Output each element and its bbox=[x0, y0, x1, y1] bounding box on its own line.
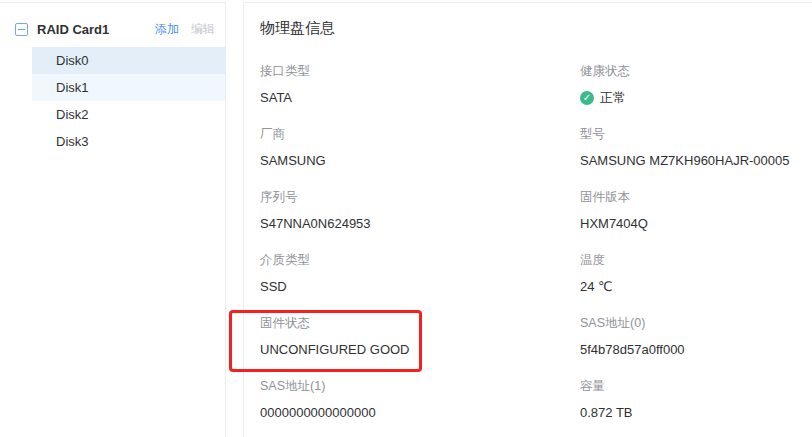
field-firmware-version: 固件版本 HXM7404Q bbox=[580, 189, 798, 233]
disk-item-disk1[interactable]: Disk1 bbox=[32, 74, 225, 101]
field-label: 健康状态 bbox=[580, 63, 798, 80]
disk-item-disk3[interactable]: Disk3 bbox=[32, 128, 225, 155]
collapse-minus-icon[interactable] bbox=[15, 23, 28, 36]
field-label: SAS地址(1) bbox=[260, 378, 580, 395]
field-label: 接口类型 bbox=[260, 63, 580, 80]
field-value: 0000000000000000 bbox=[260, 404, 580, 422]
field-value: 24 ℃ bbox=[580, 278, 798, 296]
check-circle-icon: ✓ bbox=[580, 91, 594, 105]
field-sas-address-1: SAS地址(1) 0000000000000000 bbox=[260, 378, 580, 422]
field-label: 介质类型 bbox=[260, 252, 580, 269]
add-link[interactable]: 添加 bbox=[155, 21, 179, 38]
field-label: 固件版本 bbox=[580, 189, 798, 206]
panel-title: 物理盘信息 bbox=[260, 17, 798, 39]
edit-link[interactable]: 编辑 bbox=[191, 21, 215, 38]
disk-item-disk0[interactable]: Disk0 bbox=[32, 47, 225, 74]
field-value: SAMSUNG MZ7KH960HAJR-00005 bbox=[580, 152, 798, 170]
raid-card-label: RAID Card1 bbox=[37, 22, 143, 37]
field-label: 固件状态 bbox=[260, 315, 580, 332]
field-vendor: 厂商 SAMSUNG bbox=[260, 126, 580, 170]
field-label: 序列号 bbox=[260, 189, 580, 206]
field-serial-number: 序列号 S47NNA0N624953 bbox=[260, 189, 580, 233]
field-value: S47NNA0N624953 bbox=[260, 215, 580, 233]
field-firmware-status: 固件状态 UNCONFIGURED GOOD bbox=[260, 315, 580, 359]
field-model: 型号 SAMSUNG MZ7KH960HAJR-00005 bbox=[580, 126, 798, 170]
field-label: 厂商 bbox=[260, 126, 580, 143]
field-interface-type: 接口类型 SATA bbox=[260, 63, 580, 107]
field-value: SSD bbox=[260, 278, 580, 296]
field-value: 0.872 TB bbox=[580, 404, 798, 422]
field-capacity: 容量 0.872 TB bbox=[580, 378, 798, 422]
field-label: SAS地址(0) bbox=[580, 315, 798, 332]
disk-tree-sidebar: RAID Card1 添加 编辑 Disk0 Disk1 Disk2 Disk3 bbox=[0, 2, 226, 437]
field-value: HXM7404Q bbox=[580, 215, 798, 233]
field-health-status: 健康状态 ✓ 正常 bbox=[580, 63, 798, 107]
physical-disk-info-panel: 物理盘信息 接口类型 SATA 健康状态 ✓ 正常 厂商 SAMSUNG 型号 … bbox=[243, 2, 812, 437]
field-value: SAMSUNG bbox=[260, 152, 580, 170]
disk-list: Disk0 Disk1 Disk2 Disk3 bbox=[32, 47, 225, 155]
field-value: UNCONFIGURED GOOD bbox=[260, 341, 580, 359]
field-value: SATA bbox=[260, 89, 580, 107]
field-label: 温度 bbox=[580, 252, 798, 269]
field-value: ✓ 正常 bbox=[580, 89, 798, 107]
fields-grid: 接口类型 SATA 健康状态 ✓ 正常 厂商 SAMSUNG 型号 SAMSUN… bbox=[260, 63, 798, 422]
field-value: 5f4b78d57a0ff000 bbox=[580, 341, 798, 359]
field-label: 容量 bbox=[580, 378, 798, 395]
field-sas-address-0: SAS地址(0) 5f4b78d57a0ff000 bbox=[580, 315, 798, 359]
physical-disk-page: RAID Card1 添加 编辑 Disk0 Disk1 Disk2 Disk3… bbox=[0, 0, 812, 437]
tree-node-raid-card1[interactable]: RAID Card1 添加 编辑 bbox=[0, 15, 225, 43]
field-media-type: 介质类型 SSD bbox=[260, 252, 580, 296]
field-label: 型号 bbox=[580, 126, 798, 143]
field-temperature: 温度 24 ℃ bbox=[580, 252, 798, 296]
disk-item-disk2[interactable]: Disk2 bbox=[32, 101, 225, 128]
health-status-text: 正常 bbox=[600, 89, 626, 107]
